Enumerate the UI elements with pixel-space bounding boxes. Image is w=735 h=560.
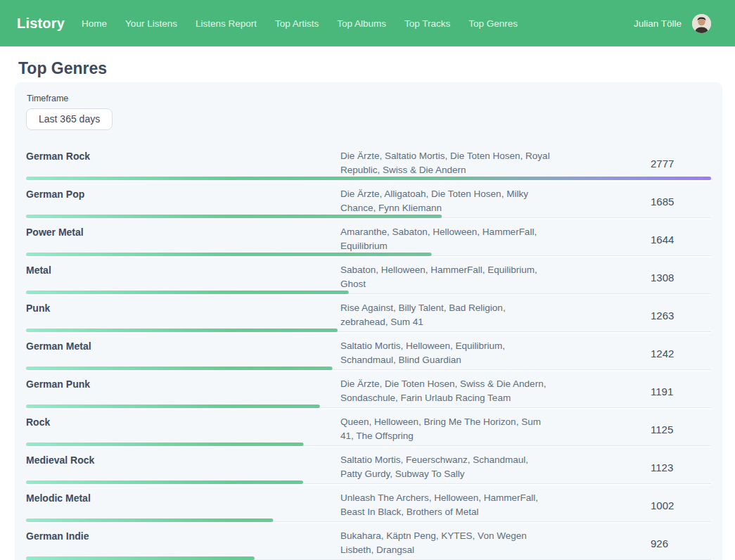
- genre-row: German Metal Saltatio Mortis, Helloween,…: [26, 333, 711, 371]
- genre-table: German Rock Die Ärzte, Saltatio Mortis, …: [26, 144, 711, 560]
- genre-bar: [26, 443, 711, 446]
- genre-name: German Pop: [26, 187, 340, 215]
- genre-count: 1002: [551, 499, 711, 511]
- genre-count: 2777: [551, 158, 711, 170]
- nav-item-top-artists[interactable]: Top Artists: [275, 18, 319, 29]
- top-genres-card: Timeframe Last 365 days German Rock Die …: [15, 82, 722, 560]
- nav-item-listens-report[interactable]: Listens Report: [196, 18, 257, 29]
- genre-row: Medieval Rock Saltatio Mortis, Feuerschw…: [26, 447, 711, 485]
- genre-row: Punk Rise Against, Billy Talent, Bad Rel…: [26, 295, 711, 333]
- genre-count: 1263: [551, 310, 711, 322]
- genre-row: German Indie Bukahara, Käptn Peng, KYTES…: [26, 523, 711, 560]
- genre-count: 1242: [551, 348, 711, 359]
- genre-bar: [26, 518, 711, 522]
- genre-row: Metal Sabaton, Helloween, HammerFall, Eq…: [26, 257, 711, 295]
- genre-name: German Metal: [26, 339, 340, 367]
- genre-row: Melodic Metal Unleash The Archers, Hello…: [26, 485, 711, 523]
- genre-artists: Bukahara, Käptn Peng, KYTES, Von Wegen L…: [340, 529, 551, 557]
- timeframe-select[interactable]: Last 365 days: [26, 108, 113, 130]
- genre-bar: [26, 405, 711, 408]
- genre-artists: Die Ärzte, Alligatoah, Die Toten Hosen, …: [340, 187, 551, 215]
- genre-artists: Unleash The Archers, Helloween, HammerFa…: [340, 491, 551, 519]
- genre-artists: Die Ärzte, Die Toten Hosen, Swiss & Die …: [340, 377, 551, 405]
- genre-row: Power Metal Amaranthe, Sabaton, Hellowee…: [26, 219, 711, 257]
- genre-row: Rock Queen, Helloween, Bring Me The Hori…: [26, 409, 711, 447]
- genre-artists: Rise Against, Billy Talent, Bad Religion…: [340, 301, 551, 329]
- genre-artists: Saltatio Mortis, Feuerschwanz, Schandmau…: [340, 453, 551, 481]
- nav-item-top-tracks[interactable]: Top Tracks: [404, 18, 450, 29]
- timeframe-label: Timeframe: [27, 94, 711, 104]
- genre-bar: [26, 556, 711, 560]
- timeframe-filter: Timeframe Last 365 days: [26, 94, 711, 130]
- genre-count: 1308: [551, 272, 711, 284]
- genre-count: 1685: [551, 196, 711, 208]
- genre-count: 1191: [551, 386, 711, 397]
- genre-count: 1123: [551, 462, 711, 473]
- genre-bar: [26, 481, 711, 484]
- genre-bar: [26, 215, 711, 218]
- genre-artists: Saltatio Mortis, Helloween, Equilibrium,…: [340, 339, 551, 367]
- nav-item-top-albums[interactable]: Top Albums: [337, 18, 386, 29]
- genre-name: German Rock: [26, 149, 340, 177]
- app-header: Listory Home Your Listens Listens Report…: [0, 0, 735, 46]
- genre-count: 1644: [551, 234, 711, 246]
- genre-bar: [26, 253, 711, 256]
- page-title: Top Genres: [18, 59, 735, 78]
- main-nav: Home Your Listens Listens Report Top Art…: [82, 18, 518, 29]
- genre-bar: [26, 329, 711, 332]
- genre-row: German Pop Die Ärzte, Alligatoah, Die To…: [26, 182, 711, 219]
- genre-name: Melodic Metal: [26, 491, 340, 519]
- genre-name: Metal: [26, 263, 340, 291]
- genre-artists: Die Ärzte, Saltatio Mortis, Die Toten Ho…: [340, 149, 551, 177]
- user-name[interactable]: Julian Tölle: [634, 18, 682, 29]
- genre-count: 926: [551, 537, 711, 549]
- nav-item-home[interactable]: Home: [82, 18, 107, 29]
- genre-bar: [26, 177, 711, 180]
- nav-item-your-listens[interactable]: Your Listens: [125, 18, 177, 29]
- user-avatar-icon[interactable]: [692, 14, 711, 33]
- genre-name: German Punk: [26, 377, 340, 405]
- genre-bar: [26, 291, 711, 294]
- genre-count: 1125: [551, 424, 711, 435]
- genre-name: German Indie: [26, 529, 340, 557]
- bar-fill: [26, 177, 711, 180]
- genre-artists: Sabaton, Helloween, HammerFall, Equilibr…: [340, 263, 551, 291]
- genre-artists: Queen, Helloween, Bring Me The Horizon, …: [340, 415, 551, 443]
- genre-name: Punk: [26, 301, 340, 329]
- genre-name: Medieval Rock: [26, 453, 340, 481]
- brand-logo[interactable]: Listory: [17, 15, 65, 32]
- genre-row: German Rock Die Ärzte, Saltatio Mortis, …: [26, 144, 711, 182]
- nav-item-top-genres[interactable]: Top Genres: [468, 18, 518, 29]
- genre-bar: [26, 367, 711, 370]
- main-content: Top Genres Timeframe Last 365 days Germa…: [0, 59, 735, 560]
- genre-artists: Amaranthe, Sabaton, Helloween, HammerFal…: [340, 225, 551, 253]
- genre-name: Power Metal: [26, 225, 340, 253]
- genre-name: Rock: [26, 415, 340, 443]
- genre-row: German Punk Die Ärzte, Die Toten Hosen, …: [26, 371, 711, 409]
